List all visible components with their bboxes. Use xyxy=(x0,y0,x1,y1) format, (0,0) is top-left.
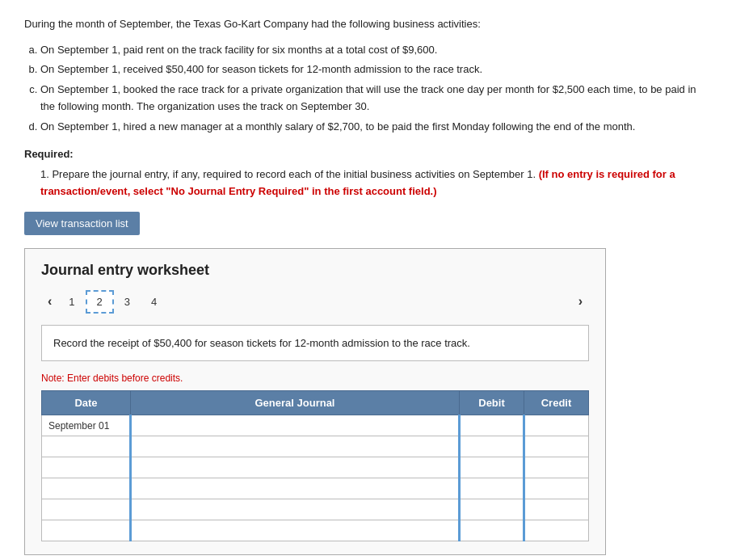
general-journal-field-1[interactable] xyxy=(132,415,458,436)
debit-input-2[interactable] xyxy=(460,436,524,457)
debit-field-1[interactable] xyxy=(461,415,523,436)
next-tab-arrow[interactable]: › xyxy=(572,291,589,312)
table-row xyxy=(42,478,589,499)
required-item: 1. Prepare the journal entry, if any, re… xyxy=(40,166,708,200)
worksheet-description: Record the receipt of $50,400 for season… xyxy=(41,325,589,362)
credit-input-6[interactable] xyxy=(524,520,589,541)
general-journal-field-3[interactable] xyxy=(132,457,458,478)
date-cell-1: September 01 xyxy=(42,415,131,436)
general-journal-field-6[interactable] xyxy=(132,520,458,541)
tab-2[interactable]: 2 xyxy=(86,290,114,314)
credit-field-1[interactable] xyxy=(525,415,588,436)
activity-d: On September 1, hired a new manager at a… xyxy=(40,119,708,136)
credit-field-4[interactable] xyxy=(525,478,588,499)
journal-table: Date General Journal Debit Credit Septem… xyxy=(41,390,589,541)
general-journal-input-5[interactable] xyxy=(131,499,460,520)
credit-field-5[interactable] xyxy=(525,499,588,520)
note-text: Note: Enter debits before credits. xyxy=(41,373,589,384)
header-credit: Credit xyxy=(524,391,589,415)
debit-field-3[interactable] xyxy=(461,457,523,478)
table-row xyxy=(42,499,589,520)
activities-list: On September 1, paid rent on the track f… xyxy=(40,42,708,136)
debit-input-4[interactable] xyxy=(460,478,524,499)
required-item-text: 1. Prepare the journal entry, if any, re… xyxy=(40,168,539,180)
table-header-row: Date General Journal Debit Credit xyxy=(42,391,589,415)
debit-field-2[interactable] xyxy=(461,436,523,457)
general-journal-field-2[interactable] xyxy=(132,436,458,457)
tab-4[interactable]: 4 xyxy=(141,291,167,313)
credit-input-3[interactable] xyxy=(524,457,589,478)
activity-c: On September 1, booked the race track fo… xyxy=(40,82,708,116)
table-row xyxy=(42,436,589,457)
date-cell-4 xyxy=(42,478,131,499)
general-journal-field-4[interactable] xyxy=(132,478,458,499)
general-journal-input-2[interactable] xyxy=(131,436,460,457)
credit-field-3[interactable] xyxy=(525,457,588,478)
header-debit: Debit xyxy=(460,391,524,415)
general-journal-input-1[interactable] xyxy=(131,415,460,436)
general-journal-input-4[interactable] xyxy=(131,478,460,499)
general-journal-input-3[interactable] xyxy=(131,457,460,478)
required-label: Required: xyxy=(24,146,708,163)
worksheet-title: Journal entry worksheet xyxy=(41,262,589,279)
tab-1[interactable]: 1 xyxy=(58,291,85,313)
header-general-journal: General Journal xyxy=(131,391,460,415)
date-cell-3 xyxy=(42,457,131,478)
view-transaction-list-button[interactable]: View transaction list xyxy=(24,212,140,235)
credit-input-5[interactable] xyxy=(524,499,589,520)
debit-input-5[interactable] xyxy=(460,499,524,520)
date-cell-6 xyxy=(42,520,131,541)
debit-input-6[interactable] xyxy=(460,520,524,541)
prev-tab-arrow[interactable]: ‹ xyxy=(41,291,58,312)
credit-input-2[interactable] xyxy=(524,436,589,457)
intro-text: During the month of September, the Texas… xyxy=(24,16,708,32)
debit-field-4[interactable] xyxy=(461,478,523,499)
activity-a: On September 1, paid rent on the track f… xyxy=(40,42,708,59)
general-journal-input-6[interactable] xyxy=(131,520,460,541)
credit-input-1[interactable] xyxy=(524,415,589,436)
tab-3[interactable]: 3 xyxy=(114,291,141,313)
tab-navigation: ‹ 1 2 3 4 › xyxy=(41,290,589,314)
debit-field-5[interactable] xyxy=(461,499,523,520)
debit-input-3[interactable] xyxy=(460,457,524,478)
table-row xyxy=(42,457,589,478)
credit-field-6[interactable] xyxy=(525,520,588,541)
general-journal-field-5[interactable] xyxy=(132,499,458,520)
table-row xyxy=(42,520,589,541)
required-section: Required: 1. Prepare the journal entry, … xyxy=(24,146,708,200)
date-cell-2 xyxy=(42,436,131,457)
debit-input-1[interactable] xyxy=(460,415,524,436)
activity-b: On September 1, received $50,400 for sea… xyxy=(40,61,708,78)
worksheet-container: Journal entry worksheet ‹ 1 2 3 4 › Reco… xyxy=(24,248,606,556)
credit-input-4[interactable] xyxy=(524,478,589,499)
header-date: Date xyxy=(42,391,131,415)
debit-field-6[interactable] xyxy=(461,520,523,541)
table-row: September 01 xyxy=(42,415,589,436)
date-cell-5 xyxy=(42,499,131,520)
credit-field-2[interactable] xyxy=(525,436,588,457)
